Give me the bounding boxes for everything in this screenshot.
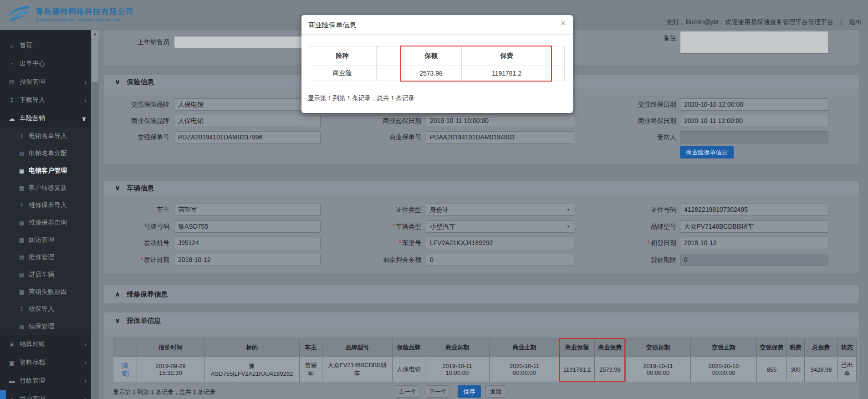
first-reg-date-input[interactable]: 2018-10-12 (680, 237, 828, 249)
sidebar-item-settlement[interactable]: ¥ 结算对账 › (0, 335, 91, 353)
issue-date-label: *发证日期 (104, 254, 169, 266)
sidebar-subitem-marketing-failure-reasons[interactable]: ▦ 营销失败原因 (0, 283, 91, 301)
sidebar-item-policy-management[interactable]: ▤ 投保管理 › (0, 73, 91, 91)
grid-icon: ▦ (18, 185, 25, 191)
sidebar-item-archives[interactable]: ▣ 资料存档 › (0, 353, 91, 372)
sidebar-subitem-label: 维修保养查询 (29, 219, 67, 227)
sidebar-subitem-repair-referral-management[interactable]: ▦ 推修管理 (0, 249, 91, 266)
sidebar-subitem-maintenance-query[interactable]: ▦ 维修保养查询 (0, 214, 91, 231)
issue-date-input[interactable]: 2018-10-12 (174, 254, 321, 266)
col-header-jq-end: 交强止期 (691, 338, 757, 357)
vehicle-type-select[interactable]: 小型汽车 ▼ (426, 220, 574, 233)
close-icon[interactable]: × (561, 19, 566, 27)
back-button[interactable]: 返回 (485, 385, 506, 398)
sidebar-subitem-label: 续保管理 (29, 322, 54, 331)
sy-amount-cell: 1191781.2 (560, 357, 595, 382)
cert-no-input[interactable]: 412822198107302495 (680, 204, 828, 216)
sidebar-item-label: 下载导入 (20, 96, 45, 104)
logo-swoosh-icon (6, 5, 31, 24)
greeting-divider: ｜ (838, 18, 844, 26)
empty-cell (552, 66, 565, 81)
sidebar-item-order-center[interactable]: ◔ 出单中心 (0, 55, 91, 73)
engine-no-input[interactable]: J95124 (174, 237, 321, 249)
sidebar-subitem-renewal-management[interactable]: ▦ 续保管理 (0, 318, 91, 335)
remark-textarea[interactable] (680, 31, 829, 54)
company-logo: 青岛康特网络科技有限公司 QINGDAO COUNTNET TECHNOLOGY… (6, 5, 134, 24)
jq-policy-no-input[interactable]: PDZA20194101DAM0237996 (174, 131, 321, 143)
jq-start-cell: 2019-10-11 00:00:00 (626, 357, 691, 382)
col-header-empty (377, 46, 401, 66)
chevron-right-icon: › (84, 97, 87, 104)
sidebar-subitem-label: 营销失败原因 (29, 288, 67, 296)
sidebar-subitem-revisit-management[interactable]: ▦ 回访管理 (0, 231, 91, 249)
sy-brand-input[interactable]: 人保电销 (174, 115, 321, 127)
home-icon: ⌂ (8, 42, 15, 49)
section-title: 车辆信息 (127, 184, 154, 193)
sidebar-subitem-instore-vehicles[interactable]: ▦ 进店车辆 (0, 266, 91, 283)
save-button[interactable]: 保存 (458, 385, 481, 398)
select-caret-icon: ▼ (567, 221, 570, 232)
vin-input[interactable]: LFV2A21KXJ4189292 (426, 237, 574, 249)
loan-term-input[interactable]: 0 (680, 254, 828, 266)
sidebar-item-vehicle-insurance-marketing[interactable]: ☁ 车险营销 ∨ (0, 109, 91, 128)
jq-brand-input[interactable]: 人保电销 (174, 98, 321, 111)
tax-cell: 300 (787, 357, 805, 382)
brand-model-input[interactable]: 大众FV7146BCDBB轿车 (680, 220, 828, 233)
scrollbar-thumb[interactable] (92, 38, 98, 82)
col-header-sy-start: 商业起期 (425, 338, 490, 357)
plate-no-input[interactable]: 豫ASD755 (174, 220, 321, 233)
sidebar-item-label: 投保管理 (20, 78, 45, 86)
salesman-label: 上年销售员 (104, 36, 169, 48)
company-name-en: QINGDAO COUNTNET TECHNOLOGY CO.,LTD. (36, 18, 134, 22)
policy-table-data-row: [查 看] 2019-09-29 15:32:30 豫 ASD755|LFV2A… (113, 357, 857, 382)
sidebar-subitem-telemarketing-list-allocation[interactable]: ▦ 电销名单分配 (0, 145, 91, 162)
grid-icon: ▦ (18, 254, 25, 261)
vehicle-section-header[interactable]: ∨ 车辆信息 (104, 181, 859, 195)
col-header-quote-time: 报价时间 (137, 338, 204, 357)
grid-icon: ▦ (18, 289, 25, 295)
maintenance-section-header[interactable]: ∧ 维修保养信息 (104, 285, 859, 303)
beneficiary-input[interactable] (680, 131, 828, 143)
owner-input[interactable]: 苗望军 (174, 204, 321, 216)
modal-title: 商业险保单信息 (308, 21, 356, 30)
sidebar-subitem-renewal-import[interactable]: ↥ 续保导入 (0, 301, 91, 318)
upload-icon: ↥ (18, 202, 25, 209)
sidebar-subitem-telemarketing-customer-management[interactable]: ▦ 电销客户管理 (0, 162, 91, 179)
vehicle-type-label: *车辆类型 (353, 220, 421, 233)
commercial-policy-info-button[interactable]: 商业险保单信息 (680, 146, 734, 159)
sidebar-subitem-maintenance-import[interactable]: ↥ 维修保养导入 (0, 197, 91, 214)
policy-section-header[interactable]: ∨ 投保单信息 (104, 312, 859, 329)
next-button[interactable]: 下一个 (426, 385, 450, 398)
section-title: 投保单信息 (127, 317, 161, 325)
col-header-jq-start: 交强起期 (626, 338, 691, 357)
deposit-balance-input[interactable]: 0 (426, 254, 574, 266)
modal-pagination-summary: 显示第 1 到第 1 条记录，总共 1 条记录 (308, 94, 414, 102)
sidebar-subitem-customer-transfer-renewal[interactable]: ▦ 客户转移复新 (0, 179, 91, 197)
scroll-up-arrow-icon[interactable]: ▲ (91, 30, 99, 38)
prev-button[interactable]: 上一个 (396, 385, 419, 398)
jq-brand-label: 交强保险品牌 (104, 98, 169, 111)
sy-policy-no-label: 商业保单号 (353, 131, 421, 143)
sidebar-item-label: 用户管理 (20, 395, 45, 399)
sidebar-item-home[interactable]: ⌂ 首页 (0, 36, 91, 55)
col-header-subject: 标的 (204, 338, 300, 357)
salesman-input[interactable] (174, 36, 321, 48)
upload-icon: ↥ (18, 306, 25, 312)
sidebar-item-download-import[interactable]: ↧ 下载导入 › (0, 91, 91, 109)
col-header-status: 状态 (838, 338, 857, 357)
view-link[interactable]: [查 看] (121, 362, 129, 377)
user-icon: ● (8, 396, 15, 399)
sy-policy-no-input[interactable]: PDAA20194101DAM0194803 (426, 131, 574, 143)
sidebar-item-user-management[interactable]: ● 用户管理 › (0, 390, 91, 399)
logout-link[interactable]: 退出 (849, 18, 862, 26)
cert-type-select[interactable]: 身份证 ▼ (426, 204, 574, 216)
grid-icon: ▦ (18, 168, 25, 174)
jq-end-input[interactable]: 2020-10-10 12:00:00 (680, 98, 828, 111)
sidebar-item-administration[interactable]: ▬ 行政管理 › (0, 372, 91, 390)
sy-start-input[interactable]: 2019-10-11 10:00:00 (426, 115, 574, 127)
commercial-policy-modal: 商业险保单信息 × 险种 保额 保费 商业险 2573.98 1191781.2… (301, 15, 573, 113)
sy-end-input[interactable]: 2020-10-11 12:00:00 (680, 115, 828, 127)
download-icon: ↧ (8, 97, 15, 104)
sidebar-subitem-telemarketing-list-import[interactable]: ↥ 电销名单导入 (0, 128, 91, 145)
content-scrollbar[interactable]: ▲ (91, 30, 99, 399)
